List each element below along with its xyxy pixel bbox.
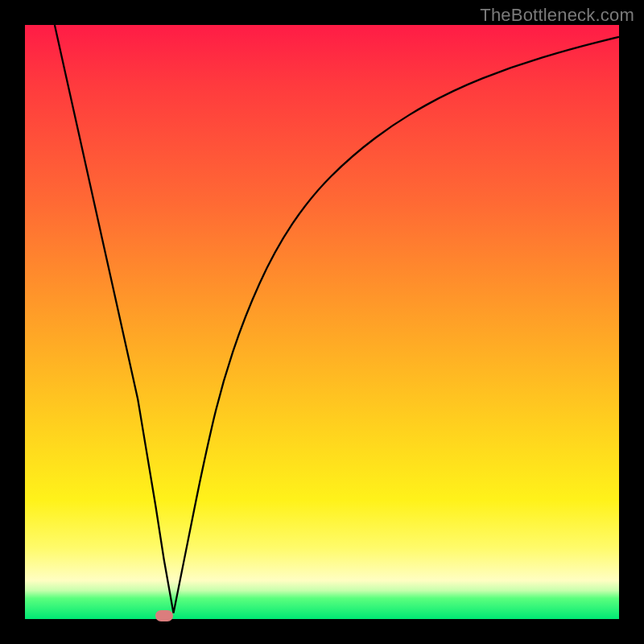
- chart-plot-area: [25, 25, 619, 619]
- chart-frame: TheBottleneck.com: [0, 0, 644, 644]
- bottleneck-curve: [25, 25, 619, 619]
- optimal-marker: [155, 610, 173, 621]
- watermark-text: TheBottleneck.com: [480, 5, 634, 26]
- curve-path: [55, 25, 619, 613]
